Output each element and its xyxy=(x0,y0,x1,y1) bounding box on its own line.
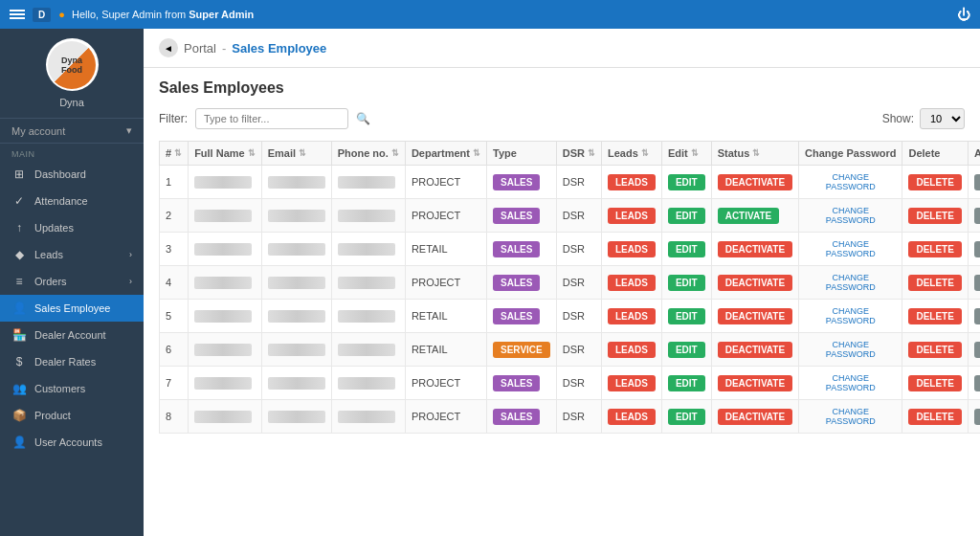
status-button[interactable]: DEACTIVATE xyxy=(718,342,792,358)
change-password-button[interactable]: CHANGE PASSWORD xyxy=(805,371,896,394)
status-button[interactable]: DEACTIVATE xyxy=(718,308,792,324)
table-row: 5 RETAIL SALES DSR LEADS EDIT DEACTIVATE… xyxy=(160,300,981,333)
edit-button[interactable]: EDIT xyxy=(668,342,705,358)
leads-button[interactable]: LEADS xyxy=(608,174,656,190)
sidebar-item-product[interactable]: 📦 Product xyxy=(0,402,144,429)
table-row: 6 RETAIL SERVICE DSR LEADS EDIT DEACTIVA… xyxy=(160,333,981,367)
sidebar-item-user-accounts[interactable]: 👤 User Accounts xyxy=(0,429,144,456)
edit-button[interactable]: EDIT xyxy=(668,208,705,224)
content-area: ◄ Portal - Sales Employee Sales Employee… xyxy=(144,29,980,536)
search-icon[interactable]: 🔍 xyxy=(356,112,370,125)
sidebar-item-updates[interactable]: ↑ Updates xyxy=(0,214,144,241)
assign-button[interactable]: ASSIGN xyxy=(974,174,980,190)
power-icon[interactable]: ⏻ xyxy=(957,7,970,22)
cell-num: 1 xyxy=(160,166,189,199)
sort-icon-edit[interactable]: ⇅ xyxy=(691,148,699,158)
assign-button[interactable]: ASSIGN xyxy=(974,342,980,358)
cell-name xyxy=(189,199,262,233)
topbar-logo: D xyxy=(33,8,51,22)
change-password-button[interactable]: CHANGE PASSWORD xyxy=(805,170,896,193)
assign-button[interactable]: ASSIGN xyxy=(974,241,980,257)
edit-button[interactable]: EDIT xyxy=(668,375,705,391)
sort-icon-leads[interactable]: ⇅ xyxy=(641,148,649,158)
change-password-button[interactable]: CHANGE PASSWORD xyxy=(805,271,896,294)
leads-button[interactable]: LEADS xyxy=(608,342,656,358)
back-button[interactable]: ◄ xyxy=(159,38,178,57)
delete-button[interactable]: DELETE xyxy=(908,241,961,257)
status-button[interactable]: DEACTIVATE xyxy=(718,409,792,425)
sidebar-item-leads[interactable]: ◆ Leads › xyxy=(0,241,144,268)
delete-button[interactable]: DELETE xyxy=(908,275,961,291)
edit-button[interactable]: EDIT xyxy=(668,409,705,425)
leads-button[interactable]: LEADS xyxy=(608,409,656,425)
leads-button[interactable]: LEADS xyxy=(608,241,656,257)
cell-assign: ASSIGN xyxy=(968,266,980,300)
filter-input[interactable] xyxy=(195,108,348,129)
delete-button[interactable]: DELETE xyxy=(908,308,961,324)
sort-icon-dsr[interactable]: ⇅ xyxy=(588,148,595,158)
status-button[interactable]: DEACTIVATE xyxy=(718,375,792,391)
sort-icon-status[interactable]: ⇅ xyxy=(752,148,760,158)
cell-dsr: DSR xyxy=(556,400,601,434)
edit-button[interactable]: EDIT xyxy=(668,174,705,190)
cell-delete: DELETE xyxy=(902,400,968,434)
cell-leads: LEADS xyxy=(601,199,661,233)
sort-icon-phone[interactable]: ⇅ xyxy=(391,148,399,158)
edit-button[interactable]: EDIT xyxy=(668,308,705,324)
delete-button[interactable]: DELETE xyxy=(908,375,961,391)
assign-button[interactable]: ASSIGN xyxy=(974,208,980,224)
th-email: Email ⇅ xyxy=(261,142,331,166)
status-button[interactable]: ACTIVATE xyxy=(718,208,780,224)
delete-button[interactable]: DELETE xyxy=(908,174,961,190)
leads-button[interactable]: LEADS xyxy=(608,375,656,391)
cell-delete: DELETE xyxy=(902,266,968,300)
change-password-button[interactable]: CHANGE PASSWORD xyxy=(805,204,896,227)
sort-icon-dept[interactable]: ⇅ xyxy=(473,148,480,158)
cell-phone xyxy=(331,266,405,300)
edit-button[interactable]: EDIT xyxy=(668,241,705,257)
cell-phone xyxy=(331,166,405,199)
delete-button[interactable]: DELETE xyxy=(908,342,961,358)
cell-change-password: CHANGE PASSWORD xyxy=(799,166,902,199)
edit-button[interactable]: EDIT xyxy=(668,275,705,291)
cell-dept: RETAIL xyxy=(405,233,486,266)
assign-button[interactable]: ASSIGN xyxy=(974,375,980,391)
sidebar-item-orders[interactable]: ≡ Orders › xyxy=(0,268,144,295)
delete-button[interactable]: DELETE xyxy=(908,208,961,224)
table-row: 7 PROJECT SALES DSR LEADS EDIT DEACTIVAT… xyxy=(160,367,981,400)
cell-delete: DELETE xyxy=(902,233,968,266)
sidebar-myaccount[interactable]: My account ▾ xyxy=(0,119,144,144)
attendance-icon: ✓ xyxy=(11,194,27,208)
table-row: 8 PROJECT SALES DSR LEADS EDIT DEACTIVAT… xyxy=(160,400,981,434)
cell-assign: ASSIGN xyxy=(968,199,980,233)
cell-email xyxy=(261,233,331,266)
type-badge: SALES xyxy=(493,308,540,324)
sort-icon-email[interactable]: ⇅ xyxy=(299,148,306,158)
leads-button[interactable]: LEADS xyxy=(608,275,656,291)
leads-button[interactable]: LEADS xyxy=(608,308,656,324)
change-password-button[interactable]: CHANGE PASSWORD xyxy=(805,304,896,327)
sidebar-item-attendance[interactable]: ✓ Attendance xyxy=(0,188,144,214)
leads-button[interactable]: LEADS xyxy=(608,208,656,224)
status-button[interactable]: DEACTIVATE xyxy=(718,275,792,291)
assign-button[interactable]: ASSIGN xyxy=(974,275,980,291)
sort-icon-num[interactable]: ⇅ xyxy=(174,148,182,158)
change-password-button[interactable]: CHANGE PASSWORD xyxy=(805,237,896,260)
change-password-button[interactable]: CHANGE PASSWORD xyxy=(805,338,896,361)
delete-button[interactable]: DELETE xyxy=(908,409,961,425)
change-password-button[interactable]: CHANGE PASSWORD xyxy=(805,405,896,428)
cell-leads: LEADS xyxy=(601,333,661,367)
assign-button[interactable]: ASSIGN xyxy=(974,409,980,425)
sort-icon-name[interactable]: ⇅ xyxy=(248,148,256,158)
sidebar-item-dealer-rates[interactable]: $ Dealer Rates xyxy=(0,348,144,375)
sidebar-item-dashboard[interactable]: ⊞ Dashboard xyxy=(0,161,144,188)
status-button[interactable]: DEACTIVATE xyxy=(718,241,792,257)
sidebar-item-sales-employee[interactable]: 👤 Sales Employee xyxy=(0,295,144,322)
sidebar-item-customers[interactable]: 👥 Customers xyxy=(0,375,144,402)
hamburger-menu-icon[interactable] xyxy=(10,10,25,19)
assign-button[interactable]: ASSIGN xyxy=(974,308,980,324)
sidebar-item-dealer-account[interactable]: 🏪 Dealer Account xyxy=(0,322,144,348)
cell-leads: LEADS xyxy=(601,266,661,300)
show-select[interactable]: 10 25 50 xyxy=(920,108,965,129)
status-button[interactable]: DEACTIVATE xyxy=(718,174,792,190)
